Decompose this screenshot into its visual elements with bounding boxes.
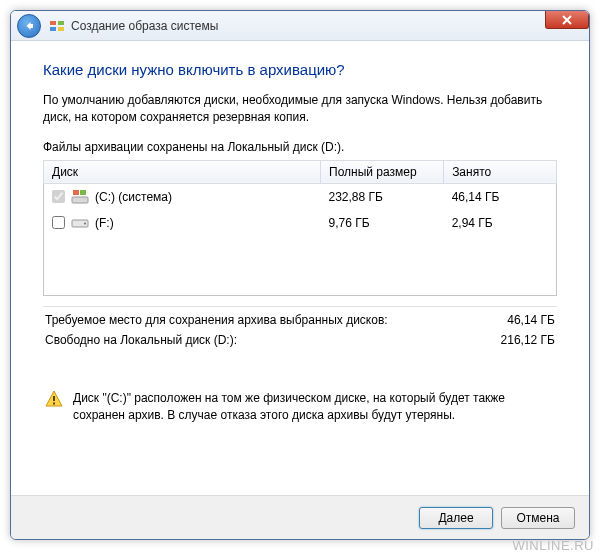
backup-location-label: Файлы архивации сохранены на Локальный д… xyxy=(43,140,557,154)
app-icon xyxy=(49,18,65,34)
disk-checkbox-f[interactable] xyxy=(52,216,65,229)
titlebar: Создание образа системы xyxy=(11,11,589,41)
disk-full-size: 232,88 ГБ xyxy=(321,183,444,210)
content-area: Какие диски нужно включить в архивацию? … xyxy=(11,41,589,424)
disk-icon xyxy=(71,214,89,232)
warning-box: Диск "(C:)" расположен на том же физичес… xyxy=(43,390,557,424)
svg-rect-7 xyxy=(73,190,79,195)
column-full-size[interactable]: Полный размер xyxy=(321,160,444,183)
free-space-value: 216,12 ГБ xyxy=(501,333,555,347)
svg-point-10 xyxy=(84,222,86,224)
disk-full-size: 9,76 ГБ xyxy=(321,210,444,236)
back-button[interactable] xyxy=(17,14,41,38)
svg-rect-11 xyxy=(53,396,55,401)
close-button[interactable] xyxy=(545,11,589,29)
required-space-value: 46,14 ГБ xyxy=(507,313,555,327)
svg-rect-6 xyxy=(72,197,88,203)
disk-table: Диск Полный размер Занято (C:) (система) xyxy=(43,160,557,297)
disk-used: 46,14 ГБ xyxy=(444,183,557,210)
free-space-label: Свободно на Локальный диск (D:): xyxy=(45,333,237,347)
footer: Далее Отмена xyxy=(11,495,589,539)
svg-rect-0 xyxy=(50,21,56,25)
disk-name: (C:) (система) xyxy=(95,190,172,204)
svg-rect-3 xyxy=(58,27,64,31)
svg-rect-1 xyxy=(58,21,64,25)
watermark: WINLINE.RU xyxy=(512,538,594,553)
close-icon xyxy=(562,15,572,25)
table-row[interactable]: (C:) (система) 232,88 ГБ 46,14 ГБ xyxy=(44,183,557,210)
arrow-left-icon xyxy=(23,20,35,32)
disk-used: 2,94 ГБ xyxy=(444,210,557,236)
disk-checkbox-c xyxy=(52,190,65,203)
warning-text: Диск "(C:)" расположен на том же физичес… xyxy=(73,390,555,424)
required-space-label: Требуемое место для сохранения архива вы… xyxy=(45,313,388,327)
warning-icon xyxy=(45,390,63,408)
next-button[interactable]: Далее xyxy=(419,507,493,529)
system-disk-icon xyxy=(71,188,89,206)
page-heading: Какие диски нужно включить в архивацию? xyxy=(43,61,557,78)
cancel-button[interactable]: Отмена xyxy=(501,507,575,529)
summary: Требуемое место для сохранения архива вы… xyxy=(43,306,557,350)
column-disk[interactable]: Диск xyxy=(44,160,321,183)
svg-rect-2 xyxy=(50,27,56,31)
column-used[interactable]: Занято xyxy=(444,160,557,183)
svg-rect-8 xyxy=(80,190,86,195)
table-row[interactable]: (F:) 9,76 ГБ 2,94 ГБ xyxy=(44,210,557,236)
wizard-window: Создание образа системы Какие диски нужн… xyxy=(10,10,590,540)
svg-rect-12 xyxy=(53,403,55,405)
page-description: По умолчанию добавляются диски, необходи… xyxy=(43,92,557,126)
disk-name: (F:) xyxy=(95,216,114,230)
window-title: Создание образа системы xyxy=(71,19,218,33)
